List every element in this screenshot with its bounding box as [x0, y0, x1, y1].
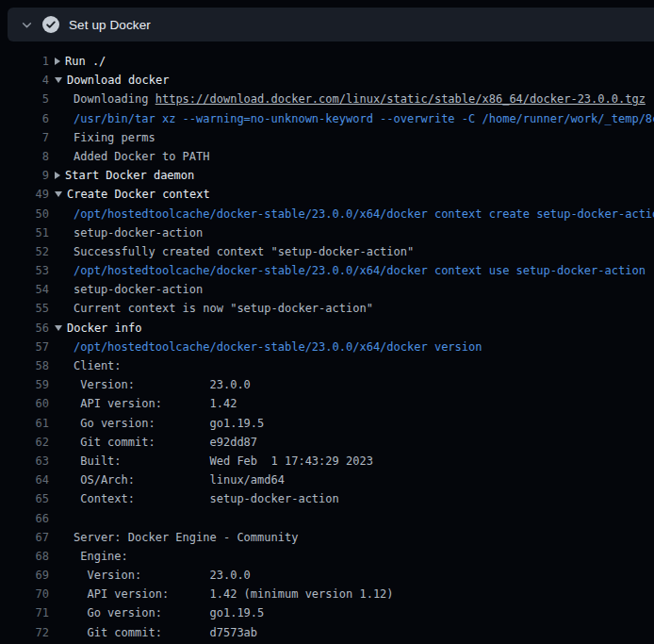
line-number[interactable]: 54 [0, 280, 49, 299]
line-number[interactable]: 68 [0, 547, 49, 566]
log-line: 70 API version: 1.42 (minimum version 1.… [0, 585, 654, 603]
log-group-row[interactable]: 4 Download docker [0, 71, 654, 90]
line-number[interactable]: 71 [0, 603, 49, 622]
log-line: 65 Context: setup-docker-action [0, 489, 654, 508]
line-number[interactable]: 66 [0, 509, 49, 528]
line-number[interactable]: 72 [0, 623, 49, 642]
log-line: 67 Server: Docker Engine - Community [0, 528, 654, 547]
log-text: Version: 23.0.0 [74, 378, 251, 391]
log-line: 8 Added Docker to PATH [0, 147, 654, 166]
log-line: 51 setup-docker-action [0, 223, 654, 242]
line-number[interactable]: 70 [0, 585, 49, 603]
check-circle-icon [42, 16, 59, 33]
log-text: API version: 1.42 (minimum version 1.12) [74, 587, 394, 601]
log-line: 57 /opt/hostedtoolcache/docker-stable/23… [0, 338, 654, 356]
log-group-row[interactable]: 56 Docker info [0, 319, 654, 338]
line-number[interactable]: 7 [0, 128, 49, 147]
group-expand-icon[interactable] [55, 58, 60, 65]
group-title: Download docker [67, 71, 169, 90]
log-line: 66 [0, 509, 654, 528]
log-line: 60 API version: 1.42 [0, 394, 654, 413]
log-line: 61 Go version: go1.19.5 [0, 414, 654, 433]
group-collapse-icon[interactable] [55, 77, 62, 83]
line-number[interactable]: 4 [0, 71, 49, 90]
group-title: Docker info [67, 319, 141, 338]
log-command-text: /opt/hostedtoolcache/docker-stable/23.0.… [74, 340, 482, 354]
step-title: Set up Docker [69, 18, 151, 32]
log-text: Go version: go1.19.5 [74, 606, 264, 619]
log-text: Added Docker to PATH [74, 150, 210, 163]
line-number[interactable]: 56 [0, 319, 49, 338]
line-number[interactable]: 58 [0, 356, 49, 375]
log-line: 71 Go version: go1.19.5 [0, 603, 654, 622]
log-text: Fixing perms [74, 131, 155, 144]
line-number[interactable]: 60 [0, 394, 49, 413]
line-number[interactable]: 52 [0, 242, 49, 261]
line-number[interactable]: 55 [0, 299, 49, 318]
line-number[interactable]: 64 [0, 471, 49, 489]
line-number[interactable]: 8 [0, 147, 49, 166]
log-line: 69 Version: 23.0.0 [0, 566, 654, 585]
line-number[interactable]: 9 [0, 166, 49, 185]
log-line: 53 /opt/hostedtoolcache/docker-stable/23… [0, 261, 654, 280]
group-expand-icon[interactable] [55, 172, 60, 179]
log-text: Engine: [74, 550, 128, 563]
line-number[interactable]: 63 [0, 452, 49, 471]
log-text: Successfully created context "setup-dock… [74, 245, 414, 258]
log-group-row[interactable]: 49 Create Docker context [0, 185, 654, 204]
log-line: 5 Downloading https://download.docker.co… [0, 90, 654, 108]
log-command-text: /opt/hostedtoolcache/docker-stable/23.0.… [74, 207, 654, 221]
line-number[interactable]: 5 [0, 90, 49, 108]
group-collapse-icon[interactable] [55, 325, 62, 331]
group-title: Run ./ [65, 52, 106, 71]
log-line: 62 Git commit: e92dd87 [0, 433, 654, 452]
line-number[interactable]: 61 [0, 414, 49, 433]
line-number[interactable]: 53 [0, 261, 49, 280]
group-title: Create Docker context [67, 185, 210, 204]
line-number[interactable]: 50 [0, 205, 49, 223]
log-command-text: /usr/bin/tar xz --warning=no-unknown-key… [74, 112, 654, 125]
log-text: OS/Arch: linux/amd64 [74, 473, 285, 487]
group-collapse-icon[interactable] [55, 191, 62, 197]
line-number[interactable]: 67 [0, 528, 49, 547]
group-title: Start Docker daemon [65, 166, 194, 185]
log-text: setup-docker-action [74, 226, 203, 239]
log-line: 7 Fixing perms [0, 128, 654, 147]
line-number[interactable]: 1 [0, 52, 49, 71]
log-text: Context: setup-docker-action [74, 492, 339, 505]
log-text: setup-docker-action [74, 283, 203, 296]
line-number[interactable]: 65 [0, 489, 49, 508]
log-area[interactable]: 1 Run ./ 4 Download docker 5 Downloading… [0, 41, 654, 644]
log-line: 55 Current context is now "setup-docker-… [0, 299, 654, 318]
log-group-row[interactable]: 1 Run ./ [0, 52, 654, 71]
line-number[interactable]: 57 [0, 338, 49, 356]
line-number[interactable]: 49 [0, 185, 49, 204]
log-text: API version: 1.42 [74, 397, 237, 410]
log-text: Downloading [74, 92, 155, 106]
log-line: 63 Built: Wed Feb 1 17:43:29 2023 [0, 452, 654, 471]
log-line: 52 Successfully created context "setup-d… [0, 242, 654, 261]
log-text: Git commit: e92dd87 [74, 436, 257, 449]
log-line: 64 OS/Arch: linux/amd64 [0, 471, 654, 489]
log-text: Version: 23.0.0 [74, 569, 251, 582]
line-number[interactable]: 69 [0, 566, 49, 585]
log-text: Client: [74, 359, 122, 372]
chevron-down-icon[interactable] [20, 18, 33, 31]
log-text: Git commit: d7573ab [74, 626, 257, 639]
line-number[interactable]: 59 [0, 375, 49, 394]
log-line: 50 /opt/hostedtoolcache/docker-stable/23… [0, 205, 654, 223]
log-text: Go version: go1.19.5 [74, 417, 264, 430]
line-number[interactable]: 51 [0, 223, 49, 242]
line-number[interactable]: 6 [0, 109, 49, 128]
log-line: 6 /usr/bin/tar xz --warning=no-unknown-k… [0, 109, 654, 128]
log-text: Built: Wed Feb 1 17:43:29 2023 [74, 454, 373, 468]
log-line: 54 setup-docker-action [0, 280, 654, 299]
log-command-text: /opt/hostedtoolcache/docker-stable/23.0.… [74, 264, 646, 277]
log-line: 68 Engine: [0, 547, 654, 566]
log-url-link[interactable]: https://download.docker.com/linux/static… [155, 92, 646, 106]
log-text: Current context is now "setup-docker-act… [74, 302, 373, 315]
step-header[interactable]: Set up Docker [8, 8, 654, 41]
log-group-row[interactable]: 9 Start Docker daemon [0, 166, 654, 185]
line-number[interactable]: 62 [0, 433, 49, 452]
log-line: 58 Client: [0, 356, 654, 375]
